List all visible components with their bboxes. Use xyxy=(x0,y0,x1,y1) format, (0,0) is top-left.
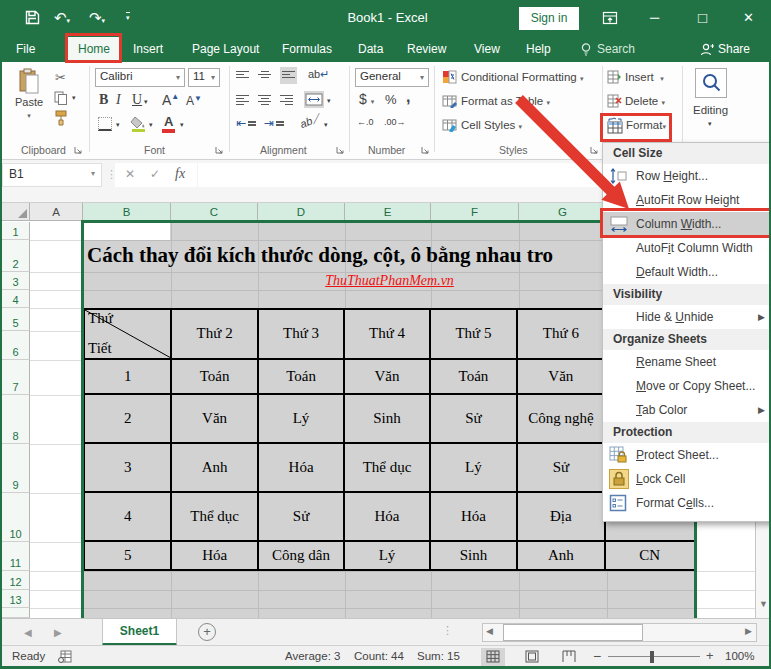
editing-group-button[interactable]: Editing xyxy=(693,104,728,116)
menu-item-format-cells[interactable]: Format Cells... xyxy=(603,491,771,515)
sign-in-button[interactable]: Sign in xyxy=(519,7,579,30)
scroll-down-icon[interactable]: ▼ xyxy=(759,599,768,609)
row-header-4[interactable]: 4 xyxy=(2,290,30,308)
table-cell[interactable]: 5 xyxy=(85,542,172,570)
scroll-left-icon[interactable]: ◀ xyxy=(486,626,493,636)
merge-center-dropdown[interactable]: ▾ xyxy=(327,97,331,105)
table-cell[interactable]: Hóa xyxy=(259,444,345,493)
row-header-13[interactable]: 13 xyxy=(2,590,30,608)
underline-dropdown[interactable]: ▾ xyxy=(144,98,148,106)
col-header-C[interactable]: C xyxy=(171,203,258,221)
format-painter-icon[interactable] xyxy=(54,110,68,126)
borders-dropdown[interactable]: ▾ xyxy=(116,121,120,129)
table-cell[interactable]: Lý xyxy=(345,542,430,570)
orientation-dropdown[interactable]: ▾ xyxy=(324,121,328,129)
alignment-dialog-launcher-icon[interactable] xyxy=(336,146,345,155)
zoom-slider-track[interactable] xyxy=(608,656,700,657)
row-header-10[interactable]: 10 xyxy=(2,493,30,542)
menu-item-protect-sheet[interactable]: Protect Sheet... xyxy=(603,443,771,467)
table-cell[interactable]: Sinh xyxy=(431,542,518,570)
col-header-B[interactable]: B xyxy=(83,203,171,221)
table-cell[interactable]: Thể dục xyxy=(172,493,258,542)
col-header-G[interactable]: G xyxy=(519,203,607,221)
tab-file[interactable]: File xyxy=(16,36,35,62)
scroll-right-icon[interactable]: ▶ xyxy=(745,626,752,636)
row-header-6[interactable]: 6 xyxy=(2,331,30,360)
align-bottom-icon[interactable] xyxy=(280,67,297,84)
table-corner-cell[interactable]: Thứ Tiết xyxy=(85,310,172,360)
table-cell[interactable]: CN xyxy=(606,542,694,570)
insert-function-icon[interactable]: fx xyxy=(175,166,185,182)
paste-button[interactable]: Paste▾ xyxy=(10,68,48,136)
zoom-in-button[interactable]: + xyxy=(706,648,714,663)
table-cell[interactable]: Công nghệ xyxy=(518,395,606,444)
format-as-table-button[interactable]: Format as Table ▾ xyxy=(461,95,550,107)
delete-button[interactable]: Delete ▾ xyxy=(625,95,665,107)
copy-icon[interactable] xyxy=(54,91,68,105)
search-button[interactable]: Search xyxy=(597,36,635,62)
col-header-E[interactable]: E xyxy=(345,203,431,221)
row-header-14[interactable] xyxy=(2,608,30,618)
tab-page-layout[interactable]: Page Layout xyxy=(192,36,259,62)
wrap-text-icon[interactable]: ab↵ xyxy=(308,68,329,81)
cancel-formula-icon[interactable]: ✕ xyxy=(125,167,135,181)
align-left-icon[interactable] xyxy=(236,93,249,109)
table-cell[interactable]: 3 xyxy=(85,444,172,493)
status-count[interactable]: Count: 44 xyxy=(354,650,404,662)
percent-button[interactable]: % xyxy=(385,92,397,107)
col-header-D[interactable]: D xyxy=(258,203,345,221)
table-cell[interactable]: 4 xyxy=(85,493,172,542)
font-color-icon[interactable]: A xyxy=(162,114,175,133)
table-cell[interactable]: Thứ 6 xyxy=(518,310,605,360)
conditional-formatting-button[interactable]: Conditional Formatting ▾ xyxy=(461,71,583,83)
table-cell[interactable]: Hóa xyxy=(345,493,430,542)
borders-icon[interactable] xyxy=(98,117,112,131)
table-cell[interactable]: Thứ 3 xyxy=(259,310,345,360)
table-cell[interactable]: Sử xyxy=(431,395,518,444)
number-format-combo[interactable]: General▾ xyxy=(355,68,429,87)
table-cell[interactable]: 2 xyxy=(85,395,172,444)
font-color-dropdown[interactable]: ▾ xyxy=(180,121,184,129)
table-cell[interactable]: Thể dục xyxy=(345,444,430,493)
clipboard-dialog-launcher-icon[interactable] xyxy=(74,146,83,155)
minimize-button[interactable]: ─ xyxy=(650,0,659,36)
row-header-5[interactable]: 5 xyxy=(2,308,30,331)
table-cell[interactable]: Văn xyxy=(172,395,258,444)
orientation-icon[interactable]: ab⟋ xyxy=(298,112,321,131)
number-dialog-launcher-icon[interactable] xyxy=(421,146,430,155)
table-cell[interactable]: Hóa xyxy=(431,493,518,542)
horizontal-scrollbar[interactable]: ◀ ▶ xyxy=(482,623,757,642)
table-cell[interactable]: Toán xyxy=(431,360,518,395)
sheet-nav-next-icon[interactable]: ▶ xyxy=(54,619,62,646)
cut-icon[interactable]: ✂ xyxy=(55,70,66,85)
row-header-1[interactable]: 1 xyxy=(2,222,30,240)
shrink-font-button[interactable]: A▼ xyxy=(186,94,202,108)
table-cell[interactable]: Thứ 5 xyxy=(431,310,518,360)
normal-view-icon[interactable] xyxy=(481,648,505,666)
horizontal-scroll-thumb[interactable] xyxy=(503,624,643,641)
font-name-combo[interactable]: Calibri▾ xyxy=(95,68,185,87)
decrease-indent-icon[interactable]: ⇤ xyxy=(236,116,256,130)
page-break-view-icon[interactable] xyxy=(557,648,581,666)
row-header-3[interactable]: 3 xyxy=(2,272,30,290)
italic-button[interactable]: I xyxy=(116,92,121,108)
editing-dropdown[interactable]: ▾ xyxy=(708,120,712,128)
name-box-dropdown-icon[interactable]: ▾ xyxy=(91,169,95,178)
styles-dialog-launcher-icon[interactable] xyxy=(590,146,599,155)
table-cell[interactable]: Toán xyxy=(259,360,345,395)
decrease-decimal-button[interactable]: .00→ xyxy=(384,117,406,127)
select-all-corner[interactable] xyxy=(2,203,30,221)
row-header-12[interactable]: 12 xyxy=(2,571,30,590)
tab-view[interactable]: View xyxy=(474,36,500,62)
increase-decimal-button[interactable]: ←.0 xyxy=(357,117,374,127)
table-cell[interactable]: Sinh xyxy=(345,395,430,444)
maximize-button[interactable]: □ xyxy=(698,0,707,36)
fill-color-dropdown[interactable]: ▾ xyxy=(149,121,153,129)
table-cell[interactable]: Hóa xyxy=(172,542,258,570)
table-cell[interactable]: Anh xyxy=(172,444,258,493)
tab-data[interactable]: Data xyxy=(358,36,383,62)
menu-item-rename-sheet[interactable]: Rename Sheet xyxy=(603,350,771,374)
table-cell[interactable]: Địa xyxy=(518,493,605,542)
table-cell[interactable]: Toán xyxy=(172,360,258,395)
tab-insert[interactable]: Insert xyxy=(133,36,163,62)
